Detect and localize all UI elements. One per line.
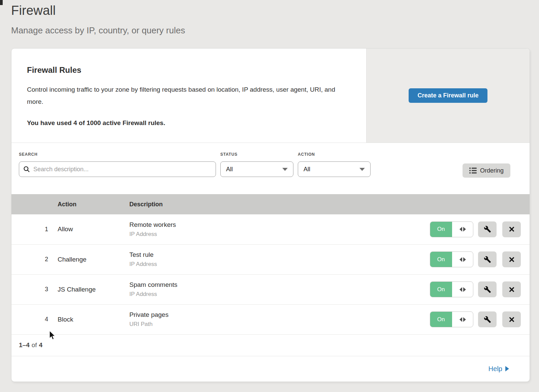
rule-controls: On xyxy=(418,311,530,327)
rule-description-title: Spam comments xyxy=(129,281,418,289)
action-select[interactable]: All xyxy=(298,161,371,177)
card-footer: Help xyxy=(11,356,530,382)
search-filter-group: SEARCH xyxy=(19,152,216,177)
delete-rule-button[interactable] xyxy=(502,311,521,327)
intro-heading: Firewall Rules xyxy=(27,65,343,75)
chevron-down-icon xyxy=(282,168,288,171)
page-header: Firewall Manage access by IP, country, o… xyxy=(11,3,185,36)
table-header: Action Description xyxy=(11,194,530,214)
arrow-right-icon xyxy=(463,257,466,262)
rule-priority-number: 2 xyxy=(11,256,58,263)
chevron-down-icon xyxy=(359,168,365,171)
close-icon xyxy=(508,316,515,323)
rule-description-cell: Private pages URI Path xyxy=(129,311,418,328)
filters-section: SEARCH STATUS All ACTION xyxy=(11,143,530,194)
header-description-column: Description xyxy=(129,201,418,208)
intro-usage-count: You have used 4 of 1000 active Firewall … xyxy=(27,119,343,127)
rule-action-cell: JS Challenge xyxy=(58,286,129,293)
rule-description-cell: Spam comments IP Address xyxy=(129,281,418,298)
table-row: 3 JS Challenge Spam comments IP Address … xyxy=(11,274,530,304)
arrow-left-icon xyxy=(459,257,462,262)
table-row: 4 Block Private pages URI Path On xyxy=(11,304,530,334)
search-label: SEARCH xyxy=(19,152,216,157)
intro-text-block: Firewall Rules Control incoming traffic … xyxy=(11,49,366,143)
toggle-drag-handle[interactable] xyxy=(452,312,473,327)
list-ordering-icon xyxy=(469,167,477,174)
rule-match-field: IP Address xyxy=(129,231,418,238)
rule-enabled-toggle[interactable]: On xyxy=(430,221,473,237)
toggle-on-label: On xyxy=(430,281,452,297)
table-row: 1 Allow Remote workers IP Address On xyxy=(11,214,530,244)
rule-match-field: IP Address xyxy=(129,291,418,298)
toggle-on-label: On xyxy=(430,311,452,327)
rule-match-field: IP Address xyxy=(129,261,418,268)
rule-priority-number: 4 xyxy=(11,316,58,323)
delete-rule-button[interactable] xyxy=(502,221,521,237)
rule-priority-number: 1 xyxy=(11,226,58,233)
search-box[interactable] xyxy=(19,161,216,177)
help-arrow-icon xyxy=(505,366,509,371)
arrow-right-icon xyxy=(463,227,466,232)
rule-description-title: Private pages xyxy=(129,311,418,319)
rule-controls: On xyxy=(418,251,530,267)
close-icon xyxy=(508,256,515,263)
rule-enabled-toggle[interactable]: On xyxy=(430,311,473,327)
rule-enabled-toggle[interactable]: On xyxy=(430,281,473,297)
status-select[interactable]: All xyxy=(220,161,293,177)
search-input[interactable] xyxy=(33,166,212,173)
page-title: Firewall xyxy=(11,3,185,18)
help-link-label: Help xyxy=(488,365,502,373)
wrench-icon xyxy=(484,256,491,263)
action-selected-value: All xyxy=(304,166,310,173)
rule-action-cell: Allow xyxy=(58,225,129,233)
pagination-total: 4 xyxy=(39,341,43,349)
intro-section: Firewall Rules Control incoming traffic … xyxy=(11,49,530,143)
edit-rule-button[interactable] xyxy=(478,311,497,327)
ordering-button-label: Ordering xyxy=(480,167,504,174)
wrench-icon xyxy=(484,316,491,323)
create-firewall-rule-button[interactable]: Create a Firewall rule xyxy=(409,88,487,103)
pagination-range: 1–4 xyxy=(19,341,30,349)
firewall-rules-card: Firewall Rules Control incoming traffic … xyxy=(11,48,530,382)
page-subtitle: Manage access by IP, country, or query r… xyxy=(11,25,185,36)
rule-controls: On xyxy=(418,221,530,237)
intro-description: Control incoming traffic to your zone by… xyxy=(27,84,343,108)
rule-action-cell: Block xyxy=(58,316,129,323)
action-label: ACTION xyxy=(298,152,371,157)
toggle-drag-handle[interactable] xyxy=(452,252,473,267)
arrow-right-icon xyxy=(463,317,466,322)
help-link[interactable]: Help xyxy=(488,365,509,373)
wrench-icon xyxy=(484,286,491,293)
status-label: STATUS xyxy=(220,152,293,157)
rule-description-cell: Remote workers IP Address xyxy=(129,221,418,238)
action-filter-group: ACTION All xyxy=(298,152,371,177)
toggle-drag-handle[interactable] xyxy=(452,222,473,237)
rules-table-body: 1 Allow Remote workers IP Address On xyxy=(11,214,530,334)
rule-enabled-toggle[interactable]: On xyxy=(430,251,473,267)
pagination: 1–4 of 4 xyxy=(11,334,530,356)
rule-description-cell: Test rule IP Address xyxy=(129,251,418,268)
header-action-column: Action xyxy=(58,201,129,208)
arrow-left-icon xyxy=(459,227,462,232)
rule-priority-number: 3 xyxy=(11,286,58,293)
table-row: 2 Challenge Test rule IP Address On xyxy=(11,244,530,274)
rule-controls: On xyxy=(418,281,530,297)
delete-rule-button[interactable] xyxy=(502,281,521,297)
close-icon xyxy=(508,225,515,233)
edit-rule-button[interactable] xyxy=(478,281,497,297)
edit-rule-button[interactable] xyxy=(478,251,497,267)
arrow-right-icon xyxy=(463,287,466,292)
status-filter-group: STATUS All xyxy=(220,152,293,177)
rule-description-title: Test rule xyxy=(129,251,418,259)
pagination-of-label: of xyxy=(30,341,39,349)
ordering-button[interactable]: Ordering xyxy=(463,163,510,178)
search-icon xyxy=(23,166,30,173)
toggle-on-label: On xyxy=(430,221,452,237)
rule-match-field: URI Path xyxy=(129,321,418,328)
edit-rule-button[interactable] xyxy=(478,221,497,237)
toggle-drag-handle[interactable] xyxy=(452,282,473,297)
delete-rule-button[interactable] xyxy=(502,251,521,267)
rule-description-title: Remote workers xyxy=(129,221,418,229)
window-edge-artifact xyxy=(0,0,3,5)
wrench-icon xyxy=(484,225,491,233)
